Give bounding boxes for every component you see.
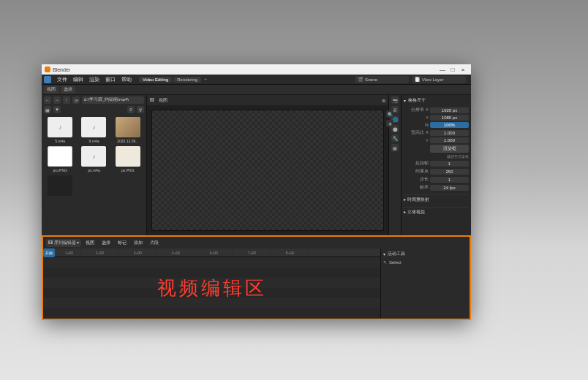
view-menu[interactable]: 视图	[44, 86, 59, 94]
annotation-label: 视频编辑区	[157, 276, 267, 301]
file-name: ps.m4a	[78, 168, 109, 172]
nav-up-icon[interactable]: ↑	[63, 96, 70, 104]
step-input[interactable]: 1	[430, 177, 469, 183]
file-name: 5.m4a	[45, 139, 75, 143]
tab-tool-icon[interactable]: 🔧	[391, 134, 399, 142]
audio-icon	[81, 146, 106, 167]
seq-menu-select[interactable]: 选择	[99, 240, 113, 246]
aspect-y-input[interactable]: 1.000	[430, 137, 469, 143]
audio-icon	[81, 117, 106, 137]
maximize-button[interactable]: □	[448, 65, 458, 74]
ruler-tick: 2+00	[81, 251, 119, 255]
preview-mode-icon[interactable]: 🖼	[150, 98, 154, 102]
seq-menu-strip[interactable]: 片段	[147, 240, 162, 246]
display-mode-icon[interactable]: ▦	[44, 106, 51, 113]
scene-name: Scene	[365, 77, 377, 82]
nav-back-icon[interactable]: ←	[44, 96, 51, 104]
minimize-button[interactable]: —	[437, 65, 448, 74]
file-browser: ← → ↑ ⟳ d:\学习班_约动画\mp4\ ▦ ▼ ≡ ∇ 5.m4a 9.…	[42, 95, 147, 235]
start-badge: 开始	[43, 248, 55, 257]
crop-label: 裁切至渲染框	[447, 154, 469, 159]
filter-icon[interactable]: ▼	[53, 106, 61, 113]
image-thumb	[48, 146, 72, 167]
menu-edit[interactable]: 编辑	[70, 76, 86, 83]
ruler-tick: 3+00	[119, 251, 157, 255]
sort-icon[interactable]: ≡	[127, 106, 135, 113]
start-input[interactable]: 1	[430, 161, 469, 167]
pct-slider[interactable]: 100%	[430, 122, 469, 128]
preview-area: 🖼 视图 ⚙ 🔍 ✥	[147, 95, 389, 235]
nav-refresh-icon[interactable]: ⟳	[72, 96, 80, 104]
step-label: 步长	[404, 176, 429, 183]
tab-texture-icon[interactable]: ▦	[391, 144, 399, 151]
file-item[interactable]: 5.m4a	[45, 117, 75, 143]
preview-header: 🖼 视图 ⚙	[147, 95, 388, 105]
pct-label: %	[404, 123, 429, 127]
preview-menu-view[interactable]: 视图	[159, 97, 167, 104]
ruler-tick: 6+00	[195, 251, 233, 255]
res-y-input[interactable]: 1080 px	[430, 115, 469, 121]
image-thumb	[116, 117, 140, 137]
tool-select-label: Select	[389, 260, 402, 265]
tool-select-row[interactable]: ↖ Select	[383, 259, 467, 265]
seq-menu-add[interactable]: 添加	[131, 240, 146, 246]
end-label: 结束点	[404, 168, 429, 175]
file-name: ps.PNG	[113, 168, 143, 172]
end-input[interactable]: 250	[430, 169, 469, 175]
res-x-input[interactable]: 1920 px	[430, 107, 469, 113]
zoom-icon[interactable]: 🔍	[386, 110, 393, 118]
file-item[interactable]: ps.PNG	[113, 146, 143, 172]
section-stereo[interactable]: ▸ 立体视觉	[404, 207, 469, 216]
fps-input[interactable]: 24 fps	[430, 185, 469, 191]
file-browser-options: ▦ ▼ ≡ ∇	[42, 105, 146, 114]
blender-logo-icon	[45, 66, 50, 72]
sequencer-body: 开始 1+00 2+00 3+00 4+10 6+00 7+00 8+16 视频…	[43, 248, 470, 319]
seq-menu-marker[interactable]: 标记	[115, 240, 129, 246]
tab-render-icon[interactable]: 📷	[391, 96, 399, 104]
file-item[interactable]: 2020.12.09...	[113, 117, 143, 143]
tracks[interactable]: 视频编辑区	[43, 257, 380, 319]
file-item[interactable]	[45, 175, 75, 197]
menu-window[interactable]: 窗口	[102, 76, 118, 83]
file-item[interactable]: 9.m4a	[78, 117, 109, 143]
panel-header[interactable]: ▾ 格格尺寸	[404, 97, 469, 104]
viewlayer-selector[interactable]: 📑 View Layer	[412, 76, 466, 83]
start-label: 起始帧	[404, 160, 429, 167]
scene-selector[interactable]: 🎬 Scene	[355, 76, 409, 83]
tab-rendering[interactable]: Rendering	[173, 77, 201, 83]
blender-app-icon[interactable]	[44, 76, 51, 83]
timeline[interactable]: 开始 1+00 2+00 3+00 4+10 6+00 7+00 8+16 视频…	[43, 248, 380, 319]
menubar: 文件 编辑 渲染 窗口 帮助 Video Editing Rendering +…	[42, 75, 471, 85]
menu-help[interactable]: 帮助	[118, 76, 135, 83]
image-thumb	[116, 146, 140, 167]
image-thumb	[48, 175, 72, 196]
viewlayer-name: View Layer	[422, 77, 444, 82]
filter-funnel-icon[interactable]: ∇	[137, 106, 144, 113]
file-name: pro.PNG	[45, 168, 75, 172]
file-name: 9.m4a	[78, 139, 109, 143]
editor-type-selector[interactable]: 🎞 序列编辑器 ▾	[46, 239, 81, 247]
preview-settings-icon[interactable]: ⚙	[382, 98, 385, 103]
ruler[interactable]: 开始 1+00 2+00 3+00 4+10 6+00 7+00 8+16	[43, 248, 380, 257]
pan-icon[interactable]: ✥	[386, 120, 393, 127]
tab-video-editing[interactable]: Video Editing	[139, 77, 172, 83]
nav-forward-icon[interactable]: →	[53, 96, 61, 104]
ruler-tick: 8+16	[271, 251, 309, 255]
sequencer-toolbar: 🎞 序列编辑器 ▾ 视图 选择 标记 添加 片段	[43, 237, 470, 248]
section-time-remap[interactable]: ▸ 时间重映射	[404, 194, 469, 203]
res-y-label: Y	[404, 115, 429, 120]
file-item[interactable]: ps.m4a	[78, 146, 109, 172]
res-x-label: 分辨率 X	[404, 107, 429, 113]
preview-viewport[interactable]: 🔍 ✥	[151, 110, 384, 231]
menu-render[interactable]: 渲染	[86, 76, 102, 83]
menu-file[interactable]: 文件	[54, 76, 70, 83]
close-button[interactable]: ×	[458, 65, 468, 74]
add-workspace-button[interactable]: +	[204, 77, 207, 82]
select-menu[interactable]: 选择	[61, 86, 75, 94]
seq-menu-view[interactable]: 视图	[83, 240, 97, 246]
path-input[interactable]: d:\学习班_约动画\mp4\	[82, 96, 144, 104]
file-item[interactable]: pro.PNG	[45, 146, 75, 172]
border-checkbox[interactable]: 渲染框	[430, 145, 469, 153]
aspect-x-input[interactable]: 1.000	[430, 130, 469, 136]
sidebar-header: ▾ 活动工具	[383, 251, 467, 257]
